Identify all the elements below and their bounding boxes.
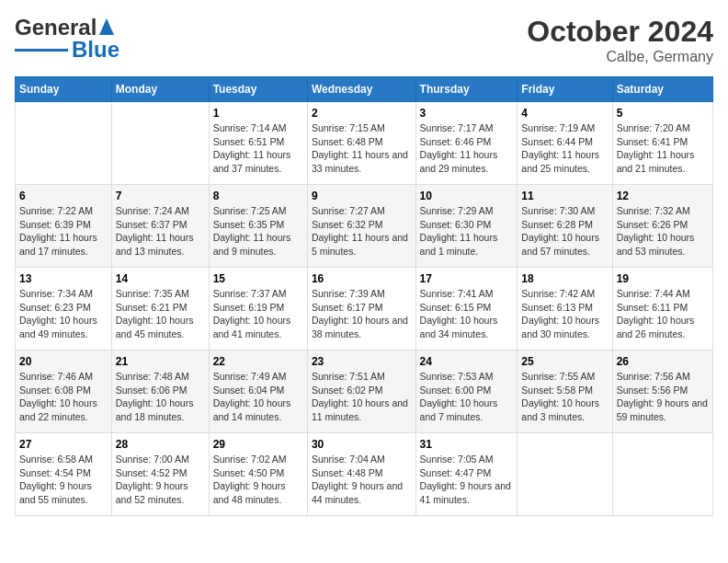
- calendar-cell: 29Sunrise: 7:02 AM Sunset: 4:50 PM Dayli…: [209, 433, 307, 516]
- calendar-week-row: 20Sunrise: 7:46 AM Sunset: 6:08 PM Dayli…: [16, 350, 713, 433]
- day-number: 23: [312, 355, 412, 368]
- calendar-cell: 15Sunrise: 7:37 AM Sunset: 6:19 PM Dayli…: [209, 268, 307, 350]
- calendar-cell: 2Sunrise: 7:15 AM Sunset: 6:48 PM Daylig…: [307, 102, 415, 185]
- calendar-cell: 14Sunrise: 7:35 AM Sunset: 6:21 PM Dayli…: [111, 268, 209, 350]
- day-info: Sunrise: 7:04 AM Sunset: 4:48 PM Dayligh…: [312, 453, 412, 507]
- calendar-cell: 5Sunrise: 7:20 AM Sunset: 6:41 PM Daylig…: [612, 102, 712, 185]
- calendar-title-block: October 2024 Calbe, Germany: [527, 15, 713, 65]
- day-number: 26: [617, 355, 709, 368]
- logo: General Blue: [15, 15, 119, 63]
- day-info: Sunrise: 7:19 AM Sunset: 6:44 PM Dayligh…: [521, 121, 608, 176]
- calendar-cell: 4Sunrise: 7:19 AM Sunset: 6:44 PM Daylig…: [518, 102, 612, 185]
- day-info: Sunrise: 7:00 AM Sunset: 4:52 PM Dayligh…: [116, 453, 205, 507]
- day-number: 30: [312, 438, 412, 451]
- calendar-cell: 13Sunrise: 7:34 AM Sunset: 6:23 PM Dayli…: [16, 268, 112, 350]
- day-info: Sunrise: 7:22 AM Sunset: 6:39 PM Dayligh…: [19, 204, 108, 259]
- calendar-cell: [16, 102, 112, 185]
- day-info: Sunrise: 7:44 AM Sunset: 6:11 PM Dayligh…: [617, 287, 709, 341]
- calendar-cell: 7Sunrise: 7:24 AM Sunset: 6:37 PM Daylig…: [111, 185, 209, 268]
- day-info: Sunrise: 6:58 AM Sunset: 4:54 PM Dayligh…: [19, 453, 108, 507]
- calendar-table: SundayMondayTuesdayWednesdayThursdayFrid…: [15, 76, 713, 516]
- calendar-cell: 22Sunrise: 7:49 AM Sunset: 6:04 PM Dayli…: [209, 350, 307, 433]
- calendar-cell: 25Sunrise: 7:55 AM Sunset: 5:58 PM Dayli…: [518, 350, 612, 433]
- day-number: 14: [116, 272, 205, 285]
- calendar-cell: 23Sunrise: 7:51 AM Sunset: 6:02 PM Dayli…: [307, 350, 415, 433]
- day-header-friday: Friday: [518, 77, 612, 102]
- logo-triangle-icon: [97, 17, 116, 37]
- day-number: 9: [312, 190, 412, 202]
- day-number: 29: [213, 438, 303, 451]
- day-info: Sunrise: 7:49 AM Sunset: 6:04 PM Dayligh…: [213, 370, 303, 424]
- day-info: Sunrise: 7:02 AM Sunset: 4:50 PM Dayligh…: [213, 453, 303, 507]
- page-header: General Blue October 2024 Calbe, Germany: [15, 15, 713, 65]
- day-info: Sunrise: 7:25 AM Sunset: 6:35 PM Dayligh…: [213, 204, 303, 259]
- day-info: Sunrise: 7:34 AM Sunset: 6:23 PM Dayligh…: [19, 287, 108, 341]
- day-info: Sunrise: 7:17 AM Sunset: 6:46 PM Dayligh…: [420, 121, 514, 176]
- day-number: 19: [617, 272, 709, 285]
- calendar-cell: [518, 433, 612, 516]
- calendar-cell: 27Sunrise: 6:58 AM Sunset: 4:54 PM Dayli…: [16, 433, 112, 516]
- day-info: Sunrise: 7:55 AM Sunset: 5:58 PM Dayligh…: [521, 370, 608, 424]
- calendar-cell: 24Sunrise: 7:53 AM Sunset: 6:00 PM Dayli…: [415, 350, 518, 433]
- day-info: Sunrise: 7:41 AM Sunset: 6:15 PM Dayligh…: [420, 287, 514, 341]
- day-number: 20: [19, 355, 108, 368]
- day-number: 13: [19, 272, 108, 285]
- day-number: 5: [617, 107, 709, 120]
- calendar-cell: 19Sunrise: 7:44 AM Sunset: 6:11 PM Dayli…: [612, 268, 712, 350]
- day-info: Sunrise: 7:46 AM Sunset: 6:08 PM Dayligh…: [19, 370, 108, 424]
- calendar-cell: 20Sunrise: 7:46 AM Sunset: 6:08 PM Dayli…: [16, 350, 112, 433]
- day-number: 17: [420, 272, 514, 285]
- day-info: Sunrise: 7:24 AM Sunset: 6:37 PM Dayligh…: [116, 204, 205, 259]
- calendar-cell: 28Sunrise: 7:00 AM Sunset: 4:52 PM Dayli…: [111, 433, 209, 516]
- logo-underline: [15, 49, 68, 52]
- calendar-week-row: 13Sunrise: 7:34 AM Sunset: 6:23 PM Dayli…: [16, 268, 713, 350]
- calendar-cell: 26Sunrise: 7:56 AM Sunset: 5:56 PM Dayli…: [612, 350, 712, 433]
- day-info: Sunrise: 7:29 AM Sunset: 6:30 PM Dayligh…: [420, 204, 514, 259]
- day-number: 27: [19, 438, 108, 451]
- calendar-week-row: 1Sunrise: 7:14 AM Sunset: 6:51 PM Daylig…: [16, 102, 713, 185]
- calendar-cell: [111, 102, 209, 185]
- calendar-week-row: 27Sunrise: 6:58 AM Sunset: 4:54 PM Dayli…: [16, 433, 713, 516]
- day-number: 3: [420, 107, 514, 120]
- calendar-cell: 10Sunrise: 7:29 AM Sunset: 6:30 PM Dayli…: [415, 185, 518, 268]
- day-info: Sunrise: 7:37 AM Sunset: 6:19 PM Dayligh…: [213, 287, 303, 341]
- day-number: 15: [213, 272, 303, 285]
- day-info: Sunrise: 7:15 AM Sunset: 6:48 PM Dayligh…: [312, 121, 412, 176]
- day-header-wednesday: Wednesday: [307, 77, 415, 102]
- day-number: 4: [521, 107, 608, 120]
- day-number: 12: [617, 190, 709, 202]
- day-info: Sunrise: 7:14 AM Sunset: 6:51 PM Dayligh…: [213, 121, 303, 176]
- calendar-header-row: SundayMondayTuesdayWednesdayThursdayFrid…: [16, 77, 713, 102]
- calendar-cell: 18Sunrise: 7:42 AM Sunset: 6:13 PM Dayli…: [518, 268, 612, 350]
- calendar-cell: [612, 433, 712, 516]
- logo-text-blue: Blue: [72, 37, 119, 63]
- calendar-cell: 8Sunrise: 7:25 AM Sunset: 6:35 PM Daylig…: [209, 185, 307, 268]
- day-info: Sunrise: 7:32 AM Sunset: 6:26 PM Dayligh…: [617, 204, 709, 259]
- day-number: 7: [116, 190, 205, 202]
- day-info: Sunrise: 7:27 AM Sunset: 6:32 PM Dayligh…: [312, 204, 412, 259]
- calendar-cell: 21Sunrise: 7:48 AM Sunset: 6:06 PM Dayli…: [111, 350, 209, 433]
- day-info: Sunrise: 7:35 AM Sunset: 6:21 PM Dayligh…: [116, 287, 205, 341]
- day-header-thursday: Thursday: [415, 77, 518, 102]
- calendar-week-row: 6Sunrise: 7:22 AM Sunset: 6:39 PM Daylig…: [16, 185, 713, 268]
- day-number: 8: [213, 190, 303, 202]
- svg-marker-0: [99, 18, 114, 35]
- day-info: Sunrise: 7:30 AM Sunset: 6:28 PM Dayligh…: [521, 204, 608, 259]
- day-number: 18: [521, 272, 608, 285]
- month-title: October 2024: [527, 15, 713, 49]
- day-number: 25: [521, 355, 608, 368]
- day-number: 6: [19, 190, 108, 202]
- day-number: 10: [420, 190, 514, 202]
- day-number: 22: [213, 355, 303, 368]
- calendar-cell: 3Sunrise: 7:17 AM Sunset: 6:46 PM Daylig…: [415, 102, 518, 185]
- day-info: Sunrise: 7:53 AM Sunset: 6:00 PM Dayligh…: [420, 370, 514, 424]
- calendar-cell: 11Sunrise: 7:30 AM Sunset: 6:28 PM Dayli…: [518, 185, 612, 268]
- day-info: Sunrise: 7:42 AM Sunset: 6:13 PM Dayligh…: [521, 287, 608, 341]
- day-info: Sunrise: 7:51 AM Sunset: 6:02 PM Dayligh…: [312, 370, 412, 424]
- day-header-tuesday: Tuesday: [209, 77, 307, 102]
- calendar-cell: 12Sunrise: 7:32 AM Sunset: 6:26 PM Dayli…: [612, 185, 712, 268]
- day-number: 24: [420, 355, 514, 368]
- day-number: 31: [420, 438, 514, 451]
- day-header-saturday: Saturday: [612, 77, 712, 102]
- calendar-cell: 17Sunrise: 7:41 AM Sunset: 6:15 PM Dayli…: [415, 268, 518, 350]
